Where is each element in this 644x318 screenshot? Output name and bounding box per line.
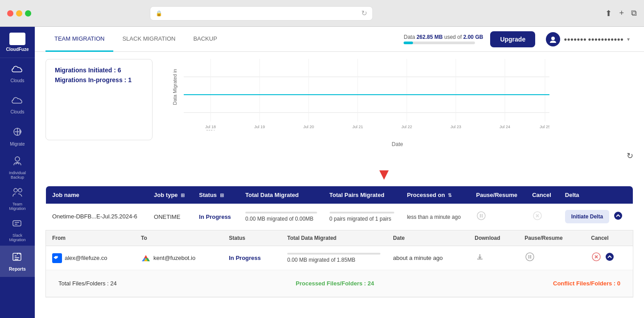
sub-table: From To Status Total Data Migrated Date … bbox=[46, 230, 633, 297]
sub-cell-from: alex@filefuze.co bbox=[46, 246, 135, 270]
sidebar-item-individual-backup[interactable]: IndividualBackup bbox=[0, 152, 35, 183]
user-area[interactable]: ●●●●●●● ●●●●●●●●●●● ▾ bbox=[542, 32, 633, 46]
status-filter-icon[interactable]: ⊞ bbox=[220, 192, 224, 198]
sidebar-logo: CloudFuze bbox=[0, 27, 35, 58]
th-processed-on: Processed on ⇅ bbox=[400, 186, 470, 204]
usage-total: 2.00 GB bbox=[463, 34, 483, 40]
sub-pause-resume-button[interactable] bbox=[524, 251, 535, 264]
svg-text:Jul 24: Jul 24 bbox=[500, 125, 510, 129]
user-name: ●●●●●●● ●●●●●●●●●●● bbox=[564, 36, 623, 42]
svg-point-46 bbox=[606, 253, 614, 261]
chart-svg: 0 -0.5 bbox=[184, 59, 549, 130]
sub-table-footer-row: Total Files/Folders : 24 Processed Files… bbox=[46, 270, 633, 297]
sidebar-item-migrate-label: Migrate bbox=[10, 142, 25, 146]
svg-point-40 bbox=[526, 253, 534, 261]
sub-cell-download bbox=[468, 246, 518, 270]
cancel-button[interactable] bbox=[532, 210, 543, 223]
sub-th-download: Download bbox=[468, 230, 518, 246]
usage-bar-fill bbox=[404, 42, 413, 44]
th-job-name: Job name bbox=[46, 186, 148, 204]
logo-icon bbox=[9, 33, 25, 45]
refresh-button[interactable]: ↻ bbox=[627, 151, 633, 161]
tab-backup[interactable]: BACKUP bbox=[184, 27, 226, 52]
svg-rect-33 bbox=[482, 214, 483, 218]
cell-status: In Progress bbox=[193, 204, 239, 230]
th-total-data: Total Data Migrated bbox=[239, 186, 323, 204]
arrow-container: ▼ bbox=[135, 166, 633, 182]
usage-text: Data 262.85 MB used of 2.00 GB bbox=[404, 34, 483, 40]
cell-job-name: Onetime-DBFB...E-Jul.25.2024-6 bbox=[46, 204, 148, 230]
slack-migration-icon bbox=[11, 218, 24, 231]
data-progress-bar bbox=[245, 212, 317, 213]
sidebar-item-migrate[interactable]: Migrate bbox=[0, 121, 35, 152]
main-table-body: Onetime-DBFB...E-Jul.25.2024-6 ONETIME I… bbox=[46, 204, 633, 230]
sidebar-item-reports[interactable]: Reports bbox=[0, 246, 35, 277]
tab-slack-migration[interactable]: SLACK MIGRATION bbox=[113, 27, 184, 52]
th-delta: Delta bbox=[559, 186, 633, 204]
svg-text:Jul 20: Jul 20 bbox=[303, 125, 314, 129]
clouds1-icon bbox=[11, 65, 24, 76]
sub-cell-pause-resume bbox=[518, 246, 585, 270]
sidebar-item-clouds2[interactable]: Clouds bbox=[0, 89, 35, 121]
th-pause-resume: Pause/Resume bbox=[470, 186, 526, 204]
top-content-row: Migrations Initiated : 6 Migrations In-p… bbox=[45, 59, 633, 147]
share-icon[interactable]: ⬆ bbox=[605, 8, 612, 18]
sub-expand-button[interactable] bbox=[604, 251, 615, 264]
th-cancel: Cancel bbox=[526, 186, 559, 204]
svg-text:Jul 22: Jul 22 bbox=[401, 125, 412, 129]
initiate-delta-button[interactable]: Initiate Delta bbox=[565, 210, 609, 223]
sub-table-row: alex@filefuze.co bbox=[46, 246, 633, 270]
new-tab-icon[interactable]: + bbox=[619, 8, 624, 18]
app-container: CloudFuze Clouds Clouds bbox=[0, 27, 644, 318]
svg-point-2 bbox=[15, 157, 20, 161]
tabs-icon[interactable]: ⧉ bbox=[631, 8, 637, 18]
cell-job-type: ONETIME bbox=[148, 204, 193, 230]
maximize-dot[interactable] bbox=[25, 10, 31, 17]
browser-dots bbox=[7, 10, 31, 17]
svg-text:Jul 21: Jul 21 bbox=[352, 125, 363, 129]
individual-backup-icon bbox=[11, 155, 24, 169]
cell-pause-resume bbox=[470, 204, 526, 230]
sub-cell-data-migrated: 0.00 MB migrated of 1.85MB bbox=[281, 246, 387, 270]
tab-team-migration[interactable]: TEAM MIGRATION bbox=[45, 27, 113, 52]
sidebar-item-slack-migration[interactable]: SlackMigration bbox=[0, 214, 35, 246]
address-bar[interactable]: 🔒 ↻ bbox=[150, 6, 373, 21]
processed-on-sort-icon[interactable]: ⇅ bbox=[448, 192, 452, 198]
svg-text:Jul 25: Jul 25 bbox=[540, 125, 549, 129]
cell-pairs-migrated: 0 pairs migrated of 1 pairs bbox=[323, 204, 401, 230]
job-type-filter-icon[interactable]: ⊞ bbox=[181, 192, 185, 198]
footer-stats: Total Files/Folders : 24 Processed Files… bbox=[52, 276, 627, 291]
table-row: Onetime-DBFB...E-Jul.25.2024-6 ONETIME I… bbox=[46, 204, 633, 230]
svg-rect-41 bbox=[528, 255, 529, 259]
sidebar-item-reports-label: Reports bbox=[9, 267, 26, 272]
main-table-header: Job name Job type ⊞ Status ⊞ Total Data … bbox=[46, 186, 633, 204]
svg-rect-42 bbox=[530, 255, 531, 259]
sub-th-to: To bbox=[135, 230, 223, 246]
expand-button[interactable] bbox=[613, 210, 623, 223]
pause-resume-button[interactable] bbox=[476, 210, 487, 223]
top-nav: TEAM MIGRATION SLACK MIGRATION BACKUP Da… bbox=[35, 27, 644, 52]
dropbox-icon bbox=[52, 253, 62, 263]
sidebar-item-clouds1[interactable]: Clouds bbox=[0, 58, 35, 89]
sidebar-item-team-migration-label: TeamMigration bbox=[9, 202, 25, 211]
upgrade-button[interactable]: Upgrade bbox=[490, 31, 535, 47]
down-arrow-icon: ▼ bbox=[135, 166, 633, 182]
minimize-dot[interactable] bbox=[16, 10, 22, 17]
svg-point-4 bbox=[18, 188, 22, 192]
refresh-icon[interactable]: ↻ bbox=[361, 9, 367, 17]
main-table: Job name Job type ⊞ Status ⊞ Total Data … bbox=[45, 186, 633, 230]
sidebar-item-slack-migration-label: SlackMigration bbox=[9, 233, 25, 242]
sub-table-footer-cell: Total Files/Folders : 24 Processed Files… bbox=[46, 270, 633, 297]
cell-cancel bbox=[526, 204, 559, 230]
svg-text:2024: 2024 bbox=[206, 129, 215, 130]
sidebar-item-team-migration[interactable]: TeamMigration bbox=[0, 183, 35, 214]
close-dot[interactable] bbox=[7, 10, 13, 17]
reports-icon bbox=[11, 251, 24, 265]
download-button[interactable] bbox=[475, 251, 485, 264]
sub-th-total-data: Total Data Migrated bbox=[281, 230, 387, 246]
cell-delta: Initiate Delta bbox=[559, 204, 633, 230]
sub-th-status: Status bbox=[223, 230, 281, 246]
svg-text:Jul 19: Jul 19 bbox=[254, 125, 265, 129]
sidebar-item-individual-backup-label: IndividualBackup bbox=[9, 171, 26, 180]
sub-cancel-button[interactable] bbox=[591, 251, 602, 264]
